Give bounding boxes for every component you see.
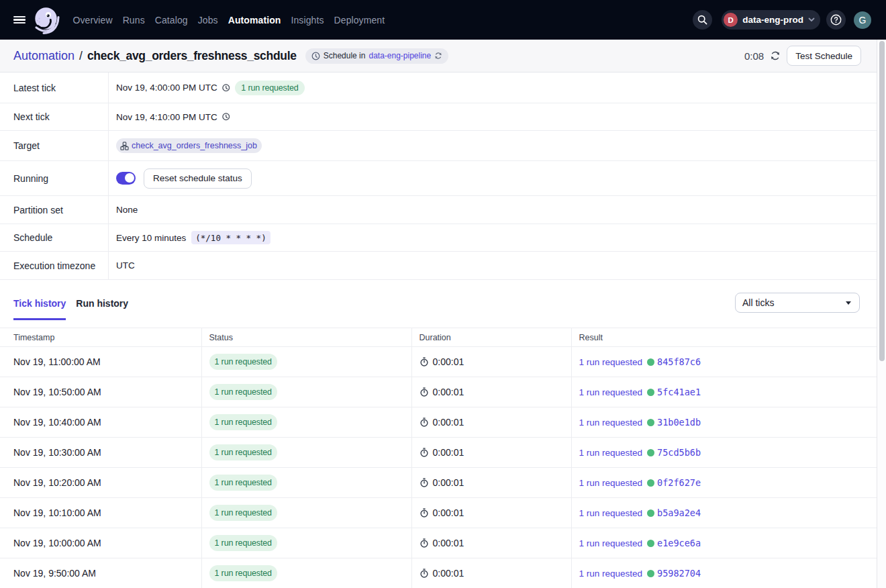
tick-result-link[interactable]: 1 run requested [579, 418, 643, 428]
reset-schedule-status-button[interactable]: Reset schedule status [144, 168, 252, 189]
run-id-link[interactable]: 0f2f627e [657, 477, 701, 488]
test-schedule-button[interactable]: Test Schedule [787, 46, 861, 66]
detail-label: Latest tick [0, 72, 109, 103]
stopwatch-icon [420, 569, 429, 578]
tick-timestamp: Nov 19, 10:10:00 AM [13, 507, 101, 518]
tick-duration: 0:00:01 [433, 387, 464, 397]
tick-result-link[interactable]: 1 run requested [579, 478, 643, 488]
tick-result-link[interactable]: 1 run requested [579, 357, 643, 367]
stopwatch-icon [420, 357, 429, 366]
tick-row[interactable]: Nov 19, 10:00:00 AM 1 run requested 0:00… [0, 528, 877, 558]
tick-row[interactable]: Nov 19, 10:30:00 AM 1 run requested 0:00… [0, 438, 877, 468]
run-status-dot [647, 389, 654, 396]
breadcrumb-separator: / [79, 49, 83, 63]
badge-prefix: Schedule in [324, 51, 366, 60]
breadcrumb-automation-link[interactable]: Automation [13, 49, 75, 63]
history-tabs-bar: Tick history Run history All ticks [0, 280, 877, 320]
schedule-text: Every 10 minutes [116, 233, 186, 243]
column-header-status: Status [201, 328, 411, 347]
stopwatch-icon [420, 538, 429, 548]
clock-icon [222, 84, 230, 92]
tick-duration: 0:00:01 [433, 356, 464, 367]
ticks-filter-select[interactable]: All ticks [735, 293, 860, 313]
run-status-dot [647, 449, 654, 456]
detail-row-partition-set: Partition set None [0, 196, 877, 224]
detail-row-target: Target check_avg_orders_freshness_job [0, 131, 877, 161]
run-id-link[interactable]: 5fc41ae1 [657, 387, 701, 397]
cron-expression: (*/10 * * * *) [191, 231, 270, 244]
page-title: check_avg_orders_freshness_schdule [87, 49, 297, 63]
target-job-link[interactable]: check_avg_orders_freshness_job [132, 141, 257, 150]
tick-row[interactable]: Nov 19, 9:50:00 AM 1 run requested 0:00:… [0, 558, 877, 588]
tick-timestamp: Nov 19, 10:30:00 AM [13, 447, 101, 458]
run-id-link[interactable]: 75cd5b6b [657, 447, 701, 458]
tick-status-badge: 1 run requested [209, 505, 277, 521]
tick-result-link[interactable]: 1 run requested [579, 538, 643, 548]
ticks-filter-value: All ticks [742, 297, 774, 308]
run-status-dot [647, 479, 654, 487]
tick-result-link[interactable]: 1 run requested [579, 569, 643, 579]
run-id-link[interactable]: 95982704 [657, 568, 701, 579]
tick-status-badge: 1 run requested [209, 475, 277, 491]
tab-tick-history[interactable]: Tick history [13, 298, 66, 320]
tab-run-history[interactable]: Run history [76, 298, 128, 320]
schedule-details: Latest tick Nov 19, 4:00:00 PM UTC 1 run… [0, 72, 877, 280]
detail-label: Partition set [0, 196, 109, 224]
tick-duration: 0:00:01 [433, 568, 464, 579]
run-id-link[interactable]: 31b0e1db [657, 417, 701, 428]
run-status-dot [647, 509, 654, 517]
detail-label: Schedule [0, 224, 109, 251]
partition-set-value: None [116, 205, 138, 215]
tick-timestamp: Nov 19, 10:40:00 AM [13, 417, 101, 428]
tick-result-link[interactable]: 1 run requested [579, 508, 643, 518]
clock-icon [222, 113, 230, 121]
tick-timestamp: Nov 19, 10:00:00 AM [13, 538, 101, 548]
detail-row-timezone: Execution timezone UTC [0, 252, 877, 279]
page-header: Automation / check_avg_orders_freshness_… [0, 40, 877, 72]
tick-timestamp: Nov 19, 11:00:00 AM [13, 356, 101, 367]
column-header-timestamp: Timestamp [0, 328, 201, 347]
run-id-link[interactable]: b5a9a2e4 [657, 507, 701, 518]
timezone-value: UTC [116, 260, 135, 271]
refresh-icon[interactable] [770, 50, 781, 61]
detail-row-latest-tick: Latest tick Nov 19, 4:00:00 PM UTC 1 run… [0, 72, 877, 103]
running-toggle[interactable] [116, 172, 136, 185]
tick-result-link[interactable]: 1 run requested [579, 448, 643, 458]
next-tick-time: Nov 19, 4:10:00 PM UTC [116, 112, 217, 122]
detail-label: Execution timezone [0, 252, 109, 279]
column-header-result: Result [571, 328, 877, 347]
detail-row-schedule: Schedule Every 10 minutes (*/10 * * * *) [0, 224, 877, 252]
tick-status-badge: 1 run requested [209, 414, 277, 430]
tick-row[interactable]: Nov 19, 10:50:00 AM 1 run requested 0:00… [0, 377, 877, 407]
select-arrow-icon [846, 301, 851, 305]
tick-row[interactable]: Nov 19, 10:20:00 AM 1 run requested 0:00… [0, 468, 877, 498]
breadcrumb: Automation / check_avg_orders_freshness_… [13, 49, 297, 63]
latest-tick-time: Nov 19, 4:00:00 PM UTC [116, 83, 217, 93]
vertical-scrollbar[interactable] [877, 40, 886, 588]
tick-row[interactable]: Nov 19, 10:10:00 AM 1 run requested 0:00… [0, 498, 877, 528]
code-location-link[interactable]: data-eng-pipeline [368, 51, 431, 60]
detail-label: Next tick [0, 103, 109, 130]
detail-row-running: Running Reset schedule status [0, 161, 877, 196]
tick-status-badge: 1 run requested [209, 565, 277, 581]
tick-row[interactable]: Nov 19, 11:00:00 AM 1 run requested 0:00… [0, 347, 877, 377]
tick-timestamp: Nov 19, 10:20:00 AM [13, 477, 101, 488]
run-id-link[interactable]: 845f87c6 [657, 356, 701, 367]
tick-result-link[interactable]: 1 run requested [579, 387, 643, 397]
reload-location-icon[interactable] [434, 52, 442, 60]
tick-duration: 0:00:01 [433, 538, 464, 548]
tick-timestamp: Nov 19, 9:50:00 AM [13, 568, 96, 579]
refresh-countdown: 0:08 [744, 50, 764, 62]
tick-status-badge: 1 run requested [209, 444, 277, 460]
clock-icon [311, 52, 320, 60]
tick-duration: 0:00:01 [433, 477, 464, 488]
detail-row-next-tick: Next tick Nov 19, 4:10:00 PM UTC [0, 103, 877, 131]
tick-row[interactable]: Nov 19, 10:40:00 AM 1 run requested 0:00… [0, 407, 877, 438]
run-id-link[interactable]: e1e9ce6a [657, 538, 701, 548]
table-header-row: Timestamp Status Duration Result [0, 328, 877, 347]
stopwatch-icon [420, 448, 429, 457]
tick-duration: 0:00:01 [433, 447, 464, 458]
tick-duration: 0:00:01 [433, 417, 464, 428]
scrollbar-thumb[interactable] [879, 41, 885, 361]
run-status-dot [647, 419, 654, 426]
